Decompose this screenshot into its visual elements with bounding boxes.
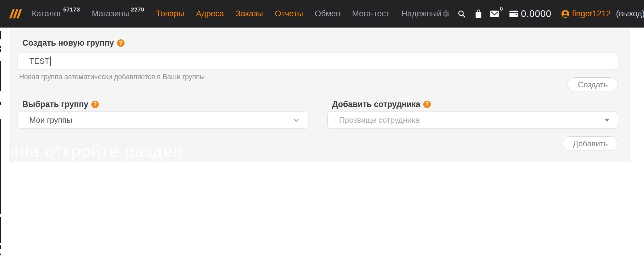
shops-count-badge: 2270 [131, 6, 144, 13]
wallet-icon[interactable] [509, 10, 518, 18]
catalog-count-badge: 57173 [63, 6, 80, 13]
nav-item-mega-test[interactable]: Мега-тест [352, 9, 389, 18]
nav-item-addresses[interactable]: Адреса [196, 9, 224, 18]
nav-item-reports[interactable]: Отчеты [275, 9, 303, 18]
help-icon[interactable]: ? [423, 101, 431, 108]
user-icon[interactable] [561, 10, 570, 18]
username-link[interactable]: finger1212 [572, 9, 611, 18]
select-group-label: Выбрать группу ? [22, 100, 308, 108]
nav-item-reliable[interactable]: Надежный [402, 9, 441, 18]
add-button[interactable]: Добавить [563, 136, 618, 151]
nav-item-catalog[interactable]: Каталог 57173 [32, 9, 80, 18]
mail-count-badge: 0 [500, 6, 503, 12]
search-icon[interactable] [458, 10, 466, 18]
add-employee-column: Добавить сотрудника ? Добавить [327, 100, 618, 151]
employee-nickname-input[interactable] [327, 112, 618, 129]
create-group-helper-row: Новая группа автоматически добавляется в… [18, 73, 618, 92]
top-navbar: Каталог 57173 Магазины 2270 Товары Адрес… [0, 0, 644, 28]
nav-item-products[interactable]: Товары [156, 9, 184, 18]
help-icon[interactable]: ? [91, 101, 99, 108]
create-group-helper-text: Новая группа автоматически добавляется в… [19, 73, 205, 80]
text-cursor [50, 57, 51, 66]
nav-item-exchange[interactable]: Обмен [315, 9, 340, 18]
mail-icon[interactable]: 0 [490, 10, 499, 18]
gear-icon[interactable] [441, 10, 450, 18]
new-group-name-value: TEST [29, 57, 49, 66]
nav-item-orders[interactable]: Заказы [236, 9, 263, 18]
groups-panel: Создать новую группу ? TEST Новая группа… [10, 29, 630, 162]
logout-link[interactable]: (выход) [616, 9, 644, 18]
main-menu: Каталог 57173 Магазины 2270 Товары Адрес… [32, 9, 441, 18]
create-group-label: Создать новую группу ? [22, 39, 618, 47]
chevron-down-icon [294, 118, 299, 122]
bag-icon[interactable] [474, 9, 483, 18]
new-group-name-input[interactable]: TEST [18, 53, 618, 70]
app-logo[interactable] [11, 9, 20, 18]
balance-value[interactable]: 0.0000 [521, 8, 551, 19]
select-group-column: Выбрать группу ? Мои группы [18, 100, 308, 151]
add-employee-label: Добавить сотрудника ? [332, 100, 618, 108]
help-icon[interactable]: ? [117, 39, 125, 47]
group-select-value: Мои группы [29, 115, 72, 125]
nav-item-shops[interactable]: Магазины 2270 [92, 9, 145, 18]
navbar-right-cluster: 0 0.0000 finger1212 (выход) [441, 8, 644, 19]
group-select[interactable]: Мои группы [18, 112, 308, 129]
create-button[interactable]: Создать [568, 77, 618, 92]
